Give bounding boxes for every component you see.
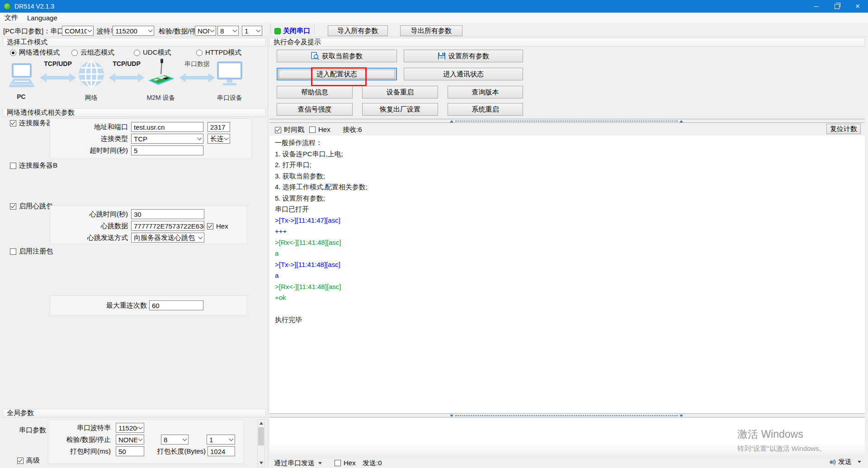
global-parity-combo[interactable]: NONE [116, 435, 144, 445]
collapse-up-icon [679, 120, 683, 122]
timeout-label: 超时时间(秒) [63, 145, 128, 155]
log-splitter-top[interactable] [269, 119, 865, 123]
log-line: 2. 打开串口; [275, 159, 865, 171]
log-output-area[interactable]: 一般操作流程： 1. 设备连PC串口,上电; 2. 打开串口; 3. 获取当前参… [269, 136, 865, 413]
global-params-group-header: 全局参数 [3, 409, 266, 417]
scrollbar-thumb[interactable] [258, 427, 264, 445]
command-group-header: 执行命令及提示 [269, 38, 865, 47]
radio-udc-mode[interactable]: UDC模式 [134, 48, 171, 57]
set-all-params-button[interactable]: 设置所有参数 [404, 50, 523, 62]
scroll-up-arrow[interactable] [258, 420, 264, 427]
log-hex-checkbox[interactable]: Hex [309, 126, 330, 133]
send-hex-checkbox[interactable]: Hex [335, 459, 356, 467]
advanced-checkbox[interactable]: 高级 [17, 456, 40, 465]
factory-reset-button[interactable]: 恢复出厂设置 [362, 103, 438, 116]
get-current-params-button[interactable]: 获取当前参数 [277, 50, 397, 62]
diagram-link3-label: 串口数据 [179, 60, 215, 68]
chevron-down-icon [198, 235, 203, 239]
reconnect-input[interactable]: 60 [149, 300, 203, 310]
chevron-down-icon [88, 28, 92, 33]
recv-count-label: 接收:6 [343, 126, 362, 134]
menu-file[interactable]: 文件 [0, 13, 23, 23]
pack-len-input[interactable]: 1024 [208, 446, 235, 456]
menu-language[interactable]: Language [23, 13, 62, 23]
data-bits-combo[interactable]: 8 [217, 26, 239, 36]
send-sound-icon [829, 459, 836, 466]
send-via-serial-dropdown[interactable]: 通过串口发送 [274, 459, 322, 468]
diagram-m2m-label: M2M 设备 [143, 94, 179, 102]
diagram-pc-label: PC [7, 93, 35, 100]
radio-net-transparent-mode[interactable]: 网络透传模式 [10, 48, 60, 57]
minimize-button[interactable] [806, 0, 826, 13]
timestamp-checkbox[interactable]: 时间戳 [275, 126, 304, 134]
heartbeat-hex-checkbox[interactable]: Hex [207, 222, 228, 230]
log-splitter-bottom[interactable] [269, 413, 865, 417]
splitter-grip[interactable] [450, 415, 683, 417]
global-stop-bits-combo[interactable]: 1 [207, 435, 235, 445]
window-title: DR514 V2.1.3 [14, 3, 54, 10]
server-a-port-input[interactable]: 2317 [208, 122, 230, 132]
pack-time-input[interactable]: 50 [116, 446, 144, 456]
close-port-button[interactable]: 关闭串口 [283, 27, 310, 35]
export-all-params-button[interactable]: 导出所有参数 [400, 25, 462, 36]
heartbeat-mode-combo[interactable]: 向服务器发送心跳包 [131, 233, 204, 243]
chevron-down-icon [224, 136, 229, 140]
checkbox-icon [17, 458, 24, 464]
checkbox-icon [10, 163, 16, 169]
conn-type-combo[interactable]: TCP [131, 134, 203, 144]
pc-icon [7, 63, 35, 91]
log-line: 一般操作流程： [275, 137, 865, 149]
close-button[interactable]: × [847, 0, 868, 13]
send-button[interactable]: 发送 [829, 458, 861, 466]
conn-type-label: 连接类型 [63, 134, 128, 144]
diagram-serial-device-label: 串口设备 [215, 94, 244, 102]
query-version-button[interactable]: 查询版本 [448, 86, 523, 98]
timeout-input[interactable]: 5 [131, 145, 203, 155]
global-pds-label: 检验/数据/停止 [59, 435, 111, 445]
keep-alive-combo[interactable]: 长连接 [208, 134, 230, 144]
restore-icon [835, 4, 840, 9]
heartbeat-checkbox[interactable]: 启用心跳包 [10, 202, 53, 211]
log-line: 4. 选择工作模式,配置相关参数; [275, 182, 865, 193]
baud-combo[interactable]: 115200 [113, 26, 154, 36]
left-vertical-scrollbar[interactable] [257, 419, 265, 467]
log-line-rx: +ok [275, 292, 865, 304]
chevron-down-icon [183, 437, 187, 441]
chevron-down-icon [210, 28, 215, 33]
radio-icon [134, 50, 140, 56]
scroll-down-arrow[interactable] [258, 459, 264, 467]
enter-config-state-button[interactable]: 进入配置状态 [277, 68, 397, 80]
parity-combo[interactable]: NONI [195, 26, 216, 36]
system-reboot-button[interactable]: 系统重启 [448, 103, 523, 116]
chevron-down-icon [138, 425, 143, 430]
checkbox-icon [10, 248, 16, 255]
log-line-tx: +++ [275, 226, 865, 237]
register-pack-checkbox[interactable]: 启用注册包 [10, 247, 53, 256]
enter-comm-state-button[interactable]: 进入通讯状态 [404, 68, 523, 80]
import-all-params-button[interactable]: 导入所有参数 [328, 25, 388, 36]
search-doc-icon [311, 52, 319, 60]
radio-cloud-scada-mode[interactable]: 云组态模式 [71, 48, 114, 57]
stop-bits-combo[interactable]: 1 [242, 26, 262, 36]
restore-button[interactable] [826, 0, 847, 13]
chevron-down-icon [256, 28, 261, 33]
heartbeat-data-input[interactable]: 7777772E7573722E636E [131, 221, 204, 231]
chevron-down-icon [148, 28, 153, 33]
query-signal-button[interactable]: 查信号强度 [277, 103, 353, 116]
help-info-button[interactable]: 帮助信息 [277, 86, 353, 98]
global-baud-combo[interactable]: 115200 [116, 423, 144, 433]
com-port-combo[interactable]: COM10 [62, 26, 94, 36]
global-data-bits-combo[interactable]: 8 [161, 435, 189, 445]
server-b-checkbox[interactable]: 连接服务器B [10, 161, 57, 170]
sent-count-label: 发送:0 [363, 459, 382, 468]
splitter-grip[interactable] [450, 120, 683, 122]
radio-icon [10, 50, 16, 56]
double-arrow-icon [108, 72, 145, 84]
reset-count-button[interactable]: 复位计数 [826, 124, 861, 134]
server-a-address-input[interactable]: test.usr.cn [131, 122, 203, 132]
heartbeat-time-input[interactable]: 30 [131, 209, 204, 219]
reconnect-label: 最大重连次数 [90, 300, 147, 310]
heartbeat-mode-label: 心跳发送方式 [63, 233, 128, 243]
radio-httpd-mode[interactable]: HTTPD模式 [196, 48, 241, 57]
device-reboot-button[interactable]: 设备重启 [362, 86, 438, 98]
